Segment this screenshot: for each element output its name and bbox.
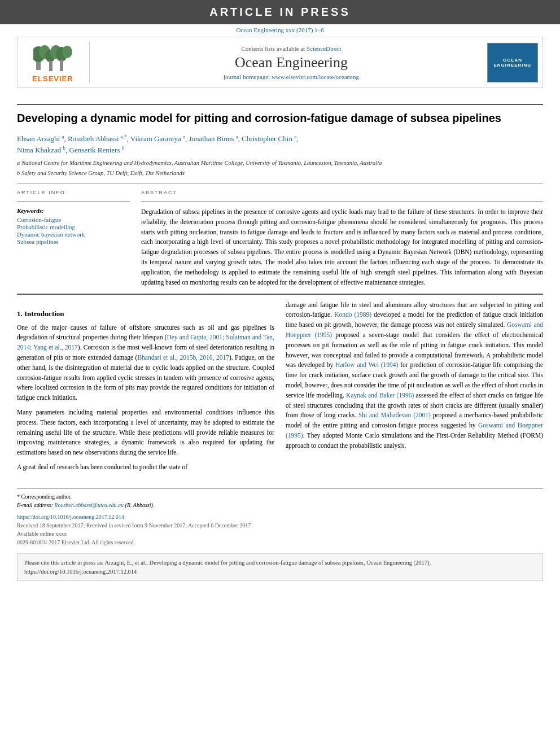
keyword-1: Corrosion-fatigue: [17, 216, 130, 223]
author-chin: Christopher Chin a: [242, 134, 296, 143]
author-arzaghi: Ehsan Arzaghi a: [17, 134, 64, 143]
issn-line: 0029-8018/© 2017 Elsevier Ltd. All right…: [17, 538, 543, 547]
keyword-4: Subsea pipelines: [17, 238, 130, 245]
homepage-url[interactable]: www.elsevier.com/locate/oceaneng: [272, 73, 359, 80]
right-col-text: damage and fatigue life in steel and alu…: [286, 300, 543, 451]
ref-kaynak[interactable]: Kaynak and Baker (1996): [346, 392, 414, 399]
sciencedirect-link[interactable]: ScienceDirect: [307, 45, 342, 52]
author-reniers: Genserik Reniers b: [69, 146, 125, 154]
right-col: damage and fatigue life in steel and alu…: [286, 300, 543, 477]
keyword-2: Probabilistic modelling: [17, 224, 130, 230]
article-info-label: ARTICLE INFO: [17, 190, 130, 195]
intro-title: 1. Introduction: [17, 309, 274, 318]
logo-text: OCEANENGINEERING: [493, 58, 531, 68]
svg-rect-8: [60, 60, 63, 71]
author-khakzad: Nima Khakzad b: [17, 146, 65, 154]
author-binns: Jonathan Binns a: [189, 134, 238, 143]
ref-goswami2[interactable]: Goswami and Hoeppner (1995): [286, 422, 543, 439]
journal-title: Ocean Engineering: [95, 54, 487, 71]
email-address[interactable]: Rouzbeh.abbassi@utas.edu.au: [54, 502, 124, 508]
email-line: E-mail address: Rouzbeh.abbassi@utas.edu…: [17, 501, 543, 509]
section-divider: [17, 184, 543, 184]
doi-link[interactable]: https://doi.org/10.1016/j.oceaneng.2017.…: [17, 514, 124, 520]
author-abbassi: Rouzbeh Abbassi a,*: [68, 134, 127, 143]
keyword-3: Dynamic bayesian network: [17, 231, 130, 238]
svg-point-6: [62, 46, 72, 58]
citation-text: Please cite this article in press as: Ar…: [24, 560, 431, 575]
banner-text: ARTICLE IN PRESS: [209, 6, 351, 18]
homepage-line: journal homepage: www.elsevier.com/locat…: [95, 73, 487, 80]
elsevier-logo: ELSEVIER: [22, 42, 90, 83]
ref-harlow[interactable]: Harlow and Wei (1994): [335, 361, 398, 368]
body-top-divider: [17, 294, 543, 295]
abstract-col: ABSTRACT Degradation of subsea pipelines…: [141, 190, 543, 288]
abstract-text: Degradation of subsea pipelines in the p…: [141, 207, 543, 288]
body-section: 1. Introduction One of the major causes …: [17, 300, 543, 477]
journal-header: ELSEVIER Contents lists available at Sci…: [17, 37, 543, 88]
citation-box: Please cite this article in press as: Ar…: [17, 553, 543, 582]
ref-dey[interactable]: Dey and Gupta, 2001; Sulaiman and Tan, 2…: [17, 334, 274, 351]
ocean-engineering-logo: OCEANENGINEERING: [487, 43, 538, 82]
keywords-divider: [17, 201, 130, 202]
journal-center: Contents lists available at ScienceDirec…: [95, 45, 487, 80]
received-line: Received 18 September 2017; Received in …: [17, 521, 543, 530]
corr-author-note: * Corresponding author.: [17, 492, 543, 501]
affiliation-a: a National Centre for Maritime Engineeri…: [17, 159, 543, 168]
doi-line: https://doi.org/10.1016/j.oceaneng.2017.…: [17, 513, 543, 521]
ref-goswami1[interactable]: Goswami and Hoeppner (1995): [286, 321, 543, 338]
keywords-label: Keywords:: [17, 207, 130, 214]
author-garaniya: Vikram Garaniya a: [130, 134, 185, 143]
ref-kondo[interactable]: Kondo (1989): [334, 311, 371, 318]
footer-notes: * Corresponding author. E-mail address: …: [17, 488, 543, 547]
intro-para-1: One of the major causes of failure of of…: [17, 323, 274, 473]
authors-line: Ehsan Arzaghi a, Rouzbeh Abbassi a,*, Vi…: [17, 133, 543, 156]
article-info-col: ARTICLE INFO Keywords: Corrosion-fatigue…: [17, 190, 130, 288]
abstract-label: ABSTRACT: [141, 190, 543, 195]
ref-bhandari[interactable]: Bhandari et al., 2015b, 2016, 2017: [137, 354, 229, 361]
abstract-divider: [141, 201, 543, 202]
elsevier-wordmark: ELSEVIER: [32, 75, 73, 83]
top-divider: [17, 104, 543, 105]
journal-ref: Ocean Engineering xxx (2017) 1–6: [0, 24, 560, 37]
svg-rect-7: [49, 61, 53, 71]
journal-ref-text: Ocean Engineering xxx (2017) 1–6: [236, 27, 323, 33]
contents-line: Contents lists available at ScienceDirec…: [95, 45, 487, 52]
article-in-press-banner: ARTICLE IN PRESS: [0, 0, 560, 24]
article-title: Developing a dynamic model for pitting a…: [17, 111, 543, 125]
ref-shi[interactable]: Shi and Mahadevan (2001): [358, 412, 431, 418]
intro-col: 1. Introduction One of the major causes …: [17, 300, 274, 477]
elsevier-tree-svg: [33, 42, 73, 73]
article-info-abstract: ARTICLE INFO Keywords: Corrosion-fatigue…: [17, 190, 543, 288]
available-line: Available online xxxx: [17, 530, 543, 538]
affiliation-b: b Safety and Security Science Group, TU …: [17, 169, 543, 178]
paper-content: Developing a dynamic model for pitting a…: [17, 88, 543, 547]
